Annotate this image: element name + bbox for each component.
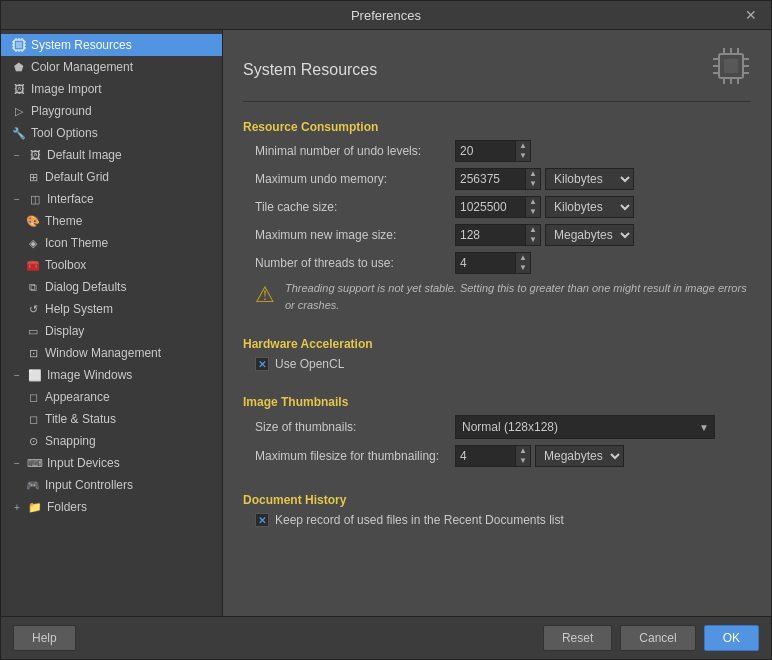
sidebar-item-window-management[interactable]: ⊡ Window Management <box>1 342 222 364</box>
undo-levels-input[interactable] <box>455 140 515 162</box>
sidebar-item-input-devices[interactable]: − ⌨ Input Devices <box>1 452 222 474</box>
undo-memory-down[interactable]: ▼ <box>526 179 540 189</box>
hardware-acceleration-title: Hardware Acceleration <box>243 337 751 351</box>
sidebar-item-icon-theme[interactable]: ◈ Icon Theme <box>1 232 222 254</box>
sidebar-item-input-controllers[interactable]: 🎮 Input Controllers <box>1 474 222 496</box>
image-thumbnails-title: Image Thumbnails <box>243 395 751 409</box>
window-management-icon: ⊡ <box>25 345 41 361</box>
sidebar-item-appearance[interactable]: ◻ Appearance <box>1 386 222 408</box>
content-panel: System Resources <box>223 30 771 616</box>
collapse-default-image-icon: − <box>11 150 23 161</box>
footer-right: Reset Cancel OK <box>543 625 759 651</box>
keep-record-checkbox[interactable] <box>255 513 269 527</box>
max-image-size-down[interactable]: ▼ <box>526 235 540 245</box>
undo-levels-spinner: ▲ ▼ <box>455 140 531 162</box>
undo-memory-input[interactable] <box>455 168 525 190</box>
thumbnail-size-label: Size of thumbnails: <box>255 420 455 434</box>
max-image-size-spinner: ▲ ▼ <box>455 224 541 246</box>
ok-button[interactable]: OK <box>704 625 759 651</box>
maxfile-row: Maximum filesize for thumbnailing: ▲ ▼ M… <box>243 445 751 467</box>
cancel-button[interactable]: Cancel <box>620 625 695 651</box>
sidebar-label-snapping: Snapping <box>45 434 96 448</box>
sidebar-item-interface[interactable]: − ◫ Interface <box>1 188 222 210</box>
tile-cache-input[interactable] <box>455 196 525 218</box>
display-icon: ▭ <box>25 323 41 339</box>
max-image-size-up[interactable]: ▲ <box>526 225 540 235</box>
tile-cache-arrows: ▲ ▼ <box>525 196 541 218</box>
undo-levels-label: Minimal number of undo levels: <box>255 144 455 158</box>
keep-record-label[interactable]: Keep record of used files in the Recent … <box>275 513 564 527</box>
tile-cache-row: Tile cache size: ▲ ▼ Kilobytes Megabytes <box>243 196 751 218</box>
maxfile-up[interactable]: ▲ <box>516 446 530 456</box>
max-image-size-arrows: ▲ ▼ <box>525 224 541 246</box>
expand-folders-icon: + <box>11 502 23 513</box>
sidebar-label-window-management: Window Management <box>45 346 161 360</box>
sidebar-label-display: Display <box>45 324 84 338</box>
warning-text: Threading support is not yet stable. Set… <box>285 280 751 313</box>
sidebar-item-toolbox[interactable]: 🧰 Toolbox <box>1 254 222 276</box>
threads-down[interactable]: ▼ <box>516 263 530 273</box>
opencl-label[interactable]: Use OpenCL <box>275 357 344 371</box>
tile-cache-unit[interactable]: Kilobytes Megabytes <box>545 196 634 218</box>
threads-label: Number of threads to use: <box>255 256 455 270</box>
sidebar-label-default-image: Default Image <box>47 148 122 162</box>
sidebar-item-snapping[interactable]: ⊙ Snapping <box>1 430 222 452</box>
help-button[interactable]: Help <box>13 625 76 651</box>
maxfile-input[interactable] <box>455 445 515 467</box>
svg-rect-15 <box>724 59 738 73</box>
icon-theme-icon: ◈ <box>25 235 41 251</box>
undo-memory-unit[interactable]: Kilobytes Megabytes <box>545 168 634 190</box>
sidebar-item-image-windows[interactable]: − ⬜ Image Windows <box>1 364 222 386</box>
undo-levels-down[interactable]: ▼ <box>516 151 530 161</box>
image-import-icon: 🖼 <box>11 81 27 97</box>
sidebar-item-title-status[interactable]: ◻ Title & Status <box>1 408 222 430</box>
collapse-image-windows-icon: − <box>11 370 23 381</box>
sidebar-item-image-import[interactable]: 🖼 Image Import <box>1 78 222 100</box>
tile-cache-down[interactable]: ▼ <box>526 207 540 217</box>
thumbnail-size-select[interactable]: Small (64x64) Normal (128x128) Large (25… <box>455 415 715 439</box>
sidebar-item-default-image[interactable]: − 🖼 Default Image <box>1 144 222 166</box>
undo-memory-arrows: ▲ ▼ <box>525 168 541 190</box>
close-button[interactable]: ✕ <box>741 7 761 23</box>
maxfile-unit[interactable]: Megabytes Kilobytes <box>535 445 624 467</box>
threads-input[interactable] <box>455 252 515 274</box>
sidebar-label-input-controllers: Input Controllers <box>45 478 133 492</box>
sidebar-item-default-grid[interactable]: ⊞ Default Grid <box>1 166 222 188</box>
sidebar-label-toolbox: Toolbox <box>45 258 86 272</box>
document-history-title: Document History <box>243 493 751 507</box>
cpu-icon <box>11 37 27 53</box>
sidebar-item-theme[interactable]: 🎨 Theme <box>1 210 222 232</box>
max-image-size-label: Maximum new image size: <box>255 228 455 242</box>
sidebar-label-input-devices: Input Devices <box>47 456 120 470</box>
sidebar-label-image-windows: Image Windows <box>47 368 132 382</box>
sidebar-item-folders[interactable]: + 📁 Folders <box>1 496 222 518</box>
undo-levels-up[interactable]: ▲ <box>516 141 530 151</box>
sidebar-item-help-system[interactable]: ↺ Help System <box>1 298 222 320</box>
tile-cache-up[interactable]: ▲ <box>526 197 540 207</box>
max-image-size-input[interactable] <box>455 224 525 246</box>
maxfile-down[interactable]: ▼ <box>516 456 530 466</box>
title-status-icon: ◻ <box>25 411 41 427</box>
maxfile-label: Maximum filesize for thumbnailing: <box>255 449 455 463</box>
max-image-size-unit[interactable]: Megabytes Kilobytes <box>545 224 634 246</box>
image-windows-icon: ⬜ <box>27 367 43 383</box>
default-grid-icon: ⊞ <box>25 169 41 185</box>
sidebar-item-tool-options[interactable]: 🔧 Tool Options <box>1 122 222 144</box>
opencl-checkbox[interactable] <box>255 357 269 371</box>
threads-up[interactable]: ▲ <box>516 253 530 263</box>
sidebar-item-display[interactable]: ▭ Display <box>1 320 222 342</box>
sidebar-item-playground[interactable]: ▷ Playground <box>1 100 222 122</box>
sidebar-item-system-resources[interactable]: System Resources <box>1 34 222 56</box>
undo-memory-up[interactable]: ▲ <box>526 169 540 179</box>
preferences-dialog: Preferences ✕ <box>0 0 772 660</box>
reset-button[interactable]: Reset <box>543 625 612 651</box>
undo-memory-row: Maximum undo memory: ▲ ▼ Kilobytes Megab… <box>243 168 751 190</box>
dialog-title: Preferences <box>31 8 741 23</box>
undo-levels-row: Minimal number of undo levels: ▲ ▼ <box>243 140 751 162</box>
sidebar-label-interface: Interface <box>47 192 94 206</box>
sidebar-item-color-management[interactable]: ⬟ Color Management <box>1 56 222 78</box>
default-image-icon: 🖼 <box>27 147 43 163</box>
sidebar-item-dialog-defaults[interactable]: ⧉ Dialog Defaults <box>1 276 222 298</box>
help-system-icon: ↺ <box>25 301 41 317</box>
collapse-input-devices-icon: − <box>11 458 23 469</box>
